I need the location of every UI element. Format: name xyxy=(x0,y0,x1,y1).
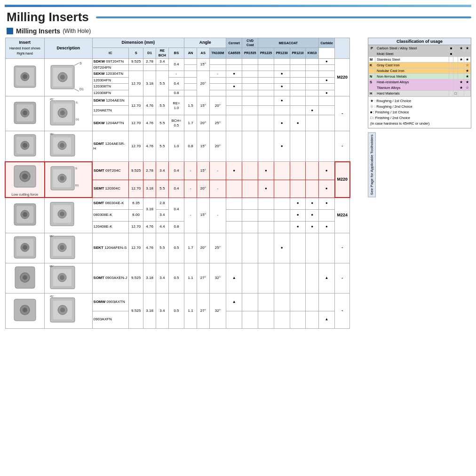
svg-point-60 xyxy=(23,275,27,280)
d1-cell: 5.5 xyxy=(156,180,168,198)
s-cell: 4.76 xyxy=(143,115,156,131)
ic-cell: 12.70 xyxy=(129,115,143,131)
classif-label: Non-ferrous Metals xyxy=(375,74,449,79)
dot-pr1230 xyxy=(290,233,306,263)
s-cell: 2.78 xyxy=(143,162,156,180)
classif-sym: ☆ xyxy=(464,63,471,68)
an-cell: 20° xyxy=(197,115,209,131)
badge-8: - xyxy=(335,294,350,328)
badge-6: - xyxy=(335,233,350,263)
dot-pr1225 xyxy=(274,311,290,328)
badge-m224: M224 xyxy=(335,198,350,233)
re-cell: 0.5 xyxy=(168,233,184,263)
as-cell: 32° xyxy=(209,294,226,328)
bs-cell: - xyxy=(184,198,197,233)
insert-cell-6 xyxy=(5,233,45,263)
classif-sym: ■ xyxy=(449,51,453,57)
svg-point-7 xyxy=(60,75,65,79)
code-cell: SEKT 1204AFEN-S xyxy=(92,233,128,263)
ic-cell: 9.525 xyxy=(129,294,143,328)
classif-label: Stainless Steel xyxy=(375,57,449,63)
classif-sym-3: ★ xyxy=(458,46,464,51)
dot-pr1535 xyxy=(258,294,274,311)
insert-svg-2 xyxy=(10,99,40,127)
classif-sym xyxy=(458,91,464,96)
d1-cell: 3.4 xyxy=(156,58,168,64)
title-underline xyxy=(96,16,471,18)
header-megacoat: MEGACOAT xyxy=(258,38,319,48)
an-cell: 15° xyxy=(197,131,209,162)
dot-ca6535 xyxy=(242,115,258,131)
bs-cell xyxy=(184,65,197,71)
dot-pr1210 xyxy=(306,77,318,83)
insert-cell-3 xyxy=(5,131,45,162)
dot-pr1230 xyxy=(290,71,306,77)
header-pr1535: PR1535 xyxy=(242,48,258,59)
s-cell: 3.18 xyxy=(143,71,156,96)
dot-tn100m: ● xyxy=(226,71,242,77)
an-cell: 27° xyxy=(197,263,209,293)
dot-pr1225 xyxy=(274,180,290,198)
dot-pr1535 xyxy=(258,84,274,90)
dot-kw10 xyxy=(318,106,335,115)
dot-tn100m xyxy=(226,96,242,106)
header-as: AS xyxy=(197,48,209,59)
badge-m220-4: M220 xyxy=(335,162,350,198)
code-cell: 1204AETN xyxy=(92,106,128,115)
header-kw10: KW10 xyxy=(306,48,318,59)
classif-row-n: N Non-ferrous Metals ★ xyxy=(369,74,471,79)
dot-pr1210 xyxy=(306,58,318,64)
classif-sym xyxy=(449,63,453,68)
classif-sym xyxy=(453,57,458,63)
insert-svg-1 xyxy=(10,63,40,90)
classification-table: P Carbon Steel / Alloy Steel ■ ★ ★ Mold … xyxy=(368,45,471,96)
header-pr1230: PR1230 xyxy=(274,48,290,59)
d1-cell: 5.5 xyxy=(156,96,168,115)
desc-cell-4: S D1 xyxy=(45,162,92,198)
dot-ca6535 xyxy=(242,71,258,77)
header-row-1: InsertHanded Insert shows Right-hand Des… xyxy=(5,38,365,48)
dot-tn100m xyxy=(226,311,242,328)
svg-text:45°: 45° xyxy=(50,295,55,298)
header-ca6535: CVDCoat xyxy=(242,38,258,48)
d1-cell: 5.5 xyxy=(156,115,168,131)
dot-pr1210 xyxy=(306,263,318,293)
classification-area: Classification of usage P Carbon Steel /… xyxy=(368,38,471,197)
desc-cell-3: 45° xyxy=(45,131,92,162)
classif-row-mold: Mold Steel ■ xyxy=(369,51,471,57)
dot-tn100m: ● xyxy=(226,84,242,90)
classif-sym: ★ xyxy=(464,79,471,85)
classif-sym xyxy=(458,63,464,68)
as-cell xyxy=(209,84,226,90)
classification-title: Classification of usage xyxy=(368,38,471,45)
insert-svg-6 xyxy=(10,234,40,261)
dot-ca6535 xyxy=(242,180,258,198)
code-cell: 09T204FN xyxy=(92,65,128,71)
classif-row-p: P Carbon Steel / Alloy Steel ■ ★ ★ xyxy=(369,46,471,51)
classif-sym xyxy=(464,91,471,96)
bs-cell: - xyxy=(184,162,197,180)
dot-tn100m xyxy=(226,115,242,131)
classif-sym: ★ xyxy=(458,85,464,91)
as-cell: 20° xyxy=(209,131,226,162)
bs-cell: 1.7 xyxy=(184,233,197,263)
re-cell: - xyxy=(168,71,184,77)
bs-cell xyxy=(184,84,197,90)
insert-cell-1 xyxy=(5,58,45,96)
table-row-highlighted: Low cutting force S D1 xyxy=(5,162,365,180)
bs-cell xyxy=(184,90,197,96)
classif-row-s1: S Heat-resistant Alloys ★ ★ xyxy=(369,79,471,85)
bs-cell: 1.1 xyxy=(184,294,197,328)
dot-pr1230 xyxy=(290,106,306,115)
as-cell: 20° xyxy=(209,96,226,115)
main-table: InsertHanded Insert shows Right-hand Des… xyxy=(5,38,365,329)
classif-sym xyxy=(464,51,471,57)
desc-cell-1: S D1 xyxy=(45,58,92,96)
re-cell: 1.0 xyxy=(168,131,184,162)
dot-pr1230: ● xyxy=(290,198,306,209)
dot-pr1535 xyxy=(258,115,274,131)
dot-ca6535 xyxy=(242,162,258,180)
re-cell: BCH=0.5 xyxy=(168,115,184,131)
code-cell: SEKW 120304TN xyxy=(92,71,128,77)
classif-sym: ★ xyxy=(458,57,464,63)
